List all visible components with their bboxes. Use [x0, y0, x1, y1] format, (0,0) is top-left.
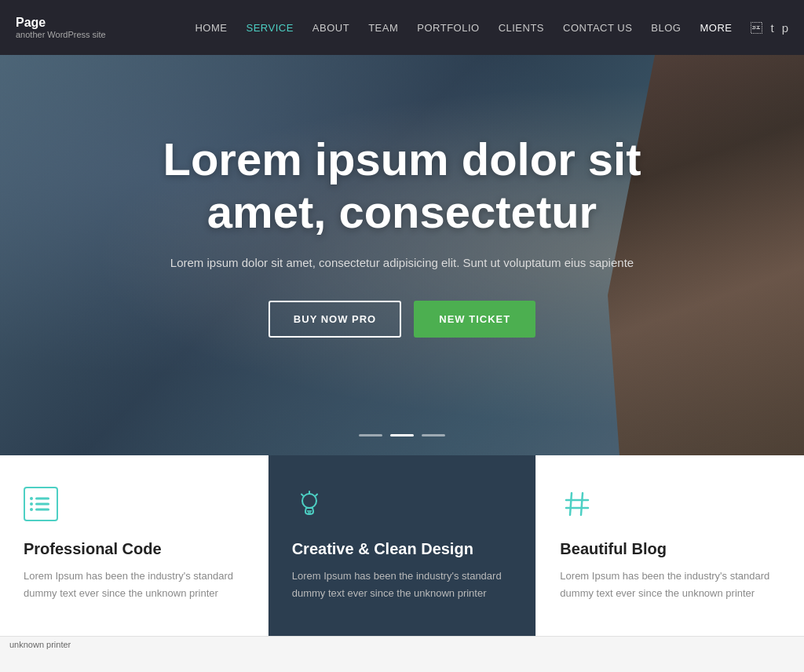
social-icons:  t p — [751, 21, 788, 35]
svg-line-12 — [316, 495, 317, 496]
facebook-icon[interactable]:  — [751, 21, 762, 35]
nav-clients[interactable]: CLIENTS — [491, 16, 552, 40]
bulb-icon — [292, 487, 330, 524]
new-ticket-button[interactable]: NEW TICKET — [414, 301, 535, 338]
nav-blog[interactable]: BLOG — [643, 16, 689, 40]
dot-3[interactable] — [422, 434, 445, 436]
svg-point-3 — [30, 502, 33, 506]
list-icon — [24, 487, 61, 524]
site-subtitle: another WordPress site — [16, 30, 141, 39]
svg-point-5 — [30, 508, 33, 511]
feature-beautiful-blog-title: Beautiful Blog — [560, 540, 780, 558]
dot-2[interactable] — [390, 434, 414, 436]
feature-creative-design-title: Creative & Clean Design — [292, 540, 513, 558]
hero-title: Lorem ipsum dolor sit amet, consectetur — [119, 133, 685, 238]
site-title: Page — [16, 16, 141, 30]
svg-line-13 — [570, 493, 572, 515]
hero-buttons: BUY NOW PRO NEW TICKET — [119, 301, 685, 338]
feature-beautiful-blog: Beautiful Blog Lorem Ipsum has been the … — [536, 455, 804, 636]
main-nav: HOME SERVICE ABOUT TEAM PORTFOLIO CLIENT… — [187, 16, 740, 40]
hero-content: Lorem ipsum dolor sit amet, consectetur … — [88, 133, 716, 377]
twitter-icon[interactable]: t — [770, 21, 773, 35]
brand: Page another WordPress site — [16, 16, 141, 39]
status-text: unknown printer — [9, 640, 71, 649]
features-section: Professional Code Lorem Ipsum has been t… — [0, 455, 804, 636]
buy-now-button[interactable]: BUY NOW PRO — [269, 301, 401, 338]
feature-professional-code-title: Professional Code — [24, 540, 244, 558]
dot-1[interactable] — [359, 434, 382, 436]
hero-subtitle: Lorem ipsum dolor sit amet, consectetur … — [119, 254, 685, 272]
svg-line-14 — [581, 493, 583, 515]
pinterest-icon[interactable]: p — [782, 21, 788, 35]
header: Page another WordPress site HOME SERVICE… — [0, 0, 804, 55]
svg-point-7 — [302, 494, 316, 508]
nav-contact[interactable]: CONTACT US — [555, 16, 640, 40]
nav-service[interactable]: SERVICE — [238, 16, 301, 40]
nav-about[interactable]: ABOUT — [305, 16, 357, 40]
feature-creative-design: Creative & Clean Design Lorem Ipsum has … — [269, 455, 537, 636]
feature-professional-code: Professional Code Lorem Ipsum has been t… — [0, 455, 269, 636]
nav-more[interactable]: More — [692, 16, 740, 40]
svg-rect-2 — [35, 498, 49, 500]
nav-portfolio[interactable]: PORTFOLIO — [409, 16, 487, 40]
feature-creative-design-desc: Lorem Ipsum has been the industry's stan… — [292, 568, 513, 602]
hash-icon — [560, 487, 598, 524]
feature-beautiful-blog-desc: Lorem Ipsum has been the industry's stan… — [560, 568, 780, 602]
svg-rect-4 — [35, 503, 49, 506]
svg-rect-6 — [35, 509, 49, 511]
svg-point-1 — [30, 497, 33, 500]
hero-dots — [359, 434, 445, 436]
status-bar: unknown printer — [0, 636, 804, 652]
feature-professional-code-desc: Lorem Ipsum has been the industry's stan… — [24, 568, 244, 602]
svg-line-11 — [302, 495, 303, 496]
nav-home[interactable]: HOME — [187, 16, 235, 40]
hero-section: Lorem ipsum dolor sit amet, consectetur … — [0, 55, 804, 455]
nav-team[interactable]: TEAM — [360, 16, 406, 40]
